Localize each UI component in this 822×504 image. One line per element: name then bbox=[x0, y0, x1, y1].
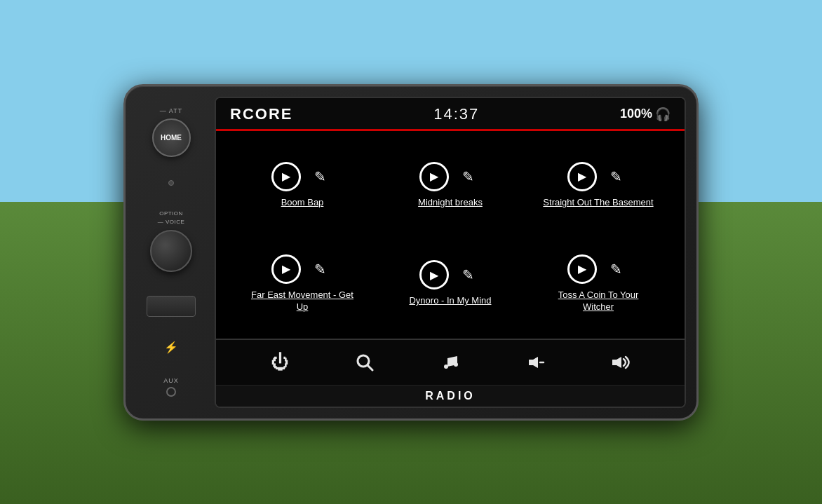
song-title-5: Dynoro - In My Mind bbox=[409, 295, 491, 307]
aux-jack[interactable] bbox=[166, 387, 176, 397]
song-title-4: Far East Movement - Get Up bbox=[246, 290, 358, 313]
aux-label: AUX bbox=[163, 377, 179, 384]
song-item-6[interactable]: ▶ ✎ Toss A Coin To Your Witcher bbox=[526, 236, 671, 332]
headphone-icon: 🎧 bbox=[655, 107, 671, 122]
left-panel: — ATT HOME OPTION— VOICE ⚡ AUX bbox=[136, 97, 206, 408]
song-title-6: Toss A Coin To Your Witcher bbox=[542, 290, 654, 313]
home-button[interactable]: HOME bbox=[152, 118, 191, 157]
main-screen: RCORE 14:37 100% 🎧 ▶ ✎ Boom Bap ▶ bbox=[215, 97, 686, 408]
play-icon-1[interactable]: ▶ bbox=[271, 162, 301, 191]
svg-marker-4 bbox=[529, 357, 538, 368]
svg-point-2 bbox=[444, 365, 448, 369]
play-icon-6[interactable]: ▶ bbox=[567, 254, 597, 284]
option-voice-label: OPTION— VOICE bbox=[158, 210, 185, 225]
usb-icon: ⚡ bbox=[164, 341, 178, 354]
play-icon-2[interactable]: ▶ bbox=[419, 162, 449, 191]
play-icon-4[interactable]: ▶ bbox=[271, 254, 301, 284]
song-title-2: Midnight breaks bbox=[418, 197, 483, 209]
edit-icon-3[interactable]: ✎ bbox=[602, 163, 629, 190]
indicator-dot bbox=[168, 180, 174, 186]
svg-marker-6 bbox=[612, 357, 621, 368]
play-icon-3[interactable]: ▶ bbox=[567, 162, 597, 191]
usb-port: ⚡ bbox=[164, 341, 178, 354]
edit-icon-6[interactable]: ✎ bbox=[602, 256, 629, 282]
song-6-icons: ▶ ✎ bbox=[567, 254, 629, 284]
song-2-icons: ▶ ✎ bbox=[419, 162, 481, 191]
edit-icon-2[interactable]: ✎ bbox=[454, 163, 481, 190]
clock-display: 14:37 bbox=[433, 105, 479, 123]
edit-icon-4[interactable]: ✎ bbox=[306, 256, 333, 282]
search-button[interactable] bbox=[349, 347, 380, 378]
volume-up-button[interactable] bbox=[605, 347, 636, 378]
head-unit: — ATT HOME OPTION— VOICE ⚡ AUX RCORE 14:… bbox=[123, 84, 699, 421]
top-bar: RCORE 14:37 100% 🎧 bbox=[216, 98, 685, 129]
svg-line-1 bbox=[368, 365, 372, 370]
volume-value: 100% bbox=[620, 107, 652, 121]
song-4-icons: ▶ ✎ bbox=[271, 254, 333, 284]
song-item-2[interactable]: ▶ ✎ Midnight breaks bbox=[378, 138, 523, 233]
power-button[interactable]: ⏻ bbox=[264, 347, 295, 378]
radio-label: RADIO bbox=[425, 390, 476, 402]
brand-name: RCORE bbox=[230, 105, 292, 123]
svg-point-3 bbox=[454, 362, 458, 367]
song-title-1: Boom Bap bbox=[281, 197, 324, 209]
att-label: — ATT bbox=[160, 107, 182, 114]
song-1-icons: ▶ ✎ bbox=[271, 162, 333, 191]
edit-icon-5[interactable]: ✎ bbox=[454, 261, 481, 288]
song-item-3[interactable]: ▶ ✎ Straight Out The Basement bbox=[526, 138, 671, 233]
song-title-3: Straight Out The Basement bbox=[543, 197, 653, 209]
song-item-1[interactable]: ▶ ✎ Boom Bap bbox=[230, 138, 375, 233]
song-item-4[interactable]: ▶ ✎ Far East Movement - Get Up bbox=[230, 236, 375, 332]
volume-knob[interactable] bbox=[150, 230, 192, 272]
song-3-icons: ▶ ✎ bbox=[567, 162, 629, 191]
bottom-controls: ⏻ bbox=[216, 340, 685, 385]
play-icon-5[interactable]: ▶ bbox=[419, 260, 449, 290]
music-button[interactable] bbox=[435, 347, 466, 378]
edit-icon-1[interactable]: ✎ bbox=[306, 163, 333, 190]
song-5-icons: ▶ ✎ bbox=[419, 260, 481, 290]
bottom-label-bar: RADIO bbox=[216, 385, 685, 407]
slot-button[interactable] bbox=[147, 296, 196, 317]
volume-display: 100% 🎧 bbox=[620, 107, 671, 122]
song-item-5[interactable]: ▶ ✎ Dynoro - In My Mind bbox=[378, 236, 523, 332]
song-grid: ▶ ✎ Boom Bap ▶ ✎ Midnight breaks ▶ ✎ bbox=[216, 131, 685, 339]
volume-down-button[interactable] bbox=[520, 347, 551, 378]
